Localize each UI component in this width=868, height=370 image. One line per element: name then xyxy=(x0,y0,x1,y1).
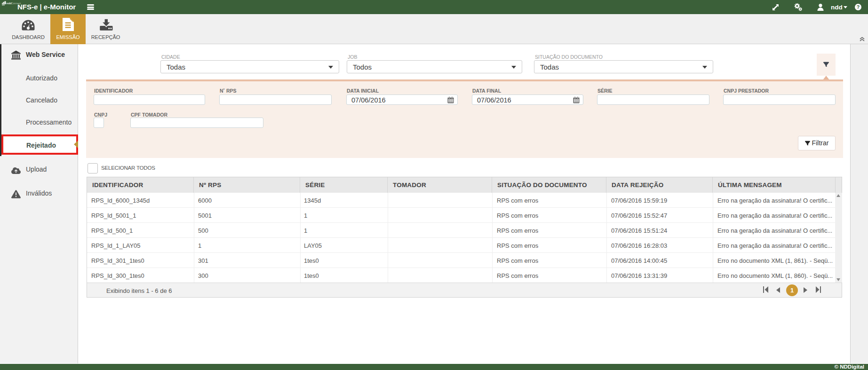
svg-text:?: ? xyxy=(857,4,860,10)
